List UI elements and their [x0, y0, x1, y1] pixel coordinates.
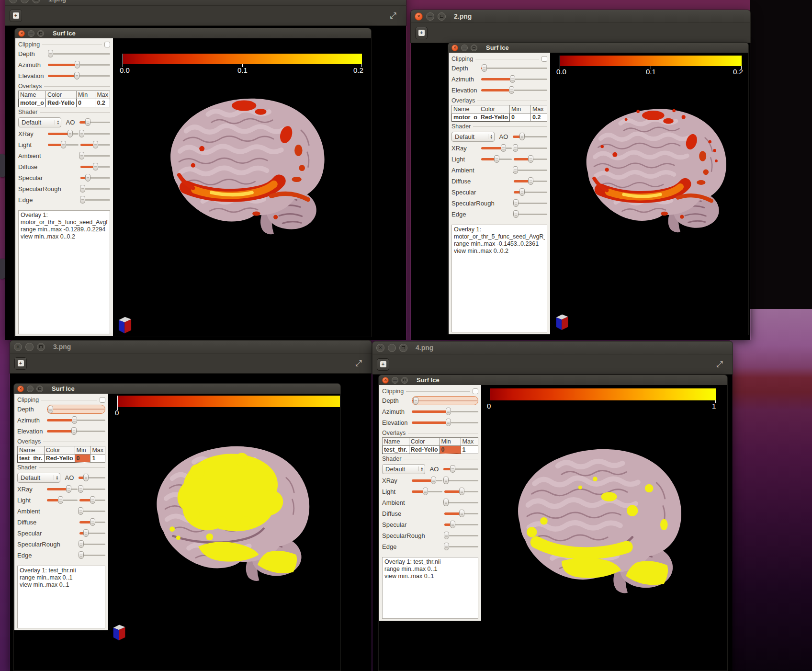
specular-slider[interactable]	[514, 188, 547, 196]
xray-slider[interactable]	[48, 130, 79, 138]
overlay-color-cell[interactable]: Red-Yello	[44, 455, 75, 463]
edge-slider[interactable]	[514, 210, 547, 218]
edge-slider[interactable]	[80, 196, 110, 204]
window-titlebar[interactable]: ✕ — 4.png	[372, 341, 733, 354]
overlay-name-cell[interactable]: motor_o	[452, 114, 479, 122]
edge-slider[interactable]	[79, 551, 105, 559]
minimize-icon[interactable]: —	[25, 343, 34, 351]
azimuth-slider[interactable]	[412, 408, 478, 416]
elevation-slider[interactable]	[412, 419, 478, 427]
orientation-cube[interactable]	[111, 621, 127, 643]
window-titlebar[interactable]: ✕ — 3.png	[10, 340, 372, 353]
depth-slider[interactable]	[481, 64, 547, 72]
maximize-icon[interactable]	[438, 12, 446, 21]
overlay-name-cell[interactable]: test_thr.	[18, 455, 45, 463]
launcher-tab[interactable]	[0, 154, 5, 177]
brain-render[interactable]	[132, 429, 324, 587]
minimize-icon[interactable]: —	[28, 30, 34, 37]
shader-select[interactable]: Default▴▾	[382, 464, 425, 474]
ambient-slider[interactable]	[514, 166, 547, 174]
light-slider[interactable]	[412, 488, 442, 496]
launcher-tab[interactable]	[0, 259, 5, 279]
spinner-icon[interactable]: ▴▾	[488, 134, 492, 139]
ambient-slider[interactable]	[444, 499, 478, 507]
elevation-slider[interactable]	[47, 427, 105, 435]
maximize-icon[interactable]	[471, 45, 477, 51]
specular-rough-slider[interactable]	[444, 532, 478, 540]
window-titlebar[interactable]: ✕ — 1.png	[5, 0, 406, 6]
overlay-color-cell[interactable]: Red-Yello	[409, 446, 440, 454]
depth-slider[interactable]	[412, 396, 478, 405]
close-icon[interactable]: ✕	[376, 344, 384, 352]
expand-icon[interactable]: ⤢	[351, 356, 366, 371]
diffuse-slider[interactable]	[79, 518, 105, 526]
maximize-icon[interactable]	[37, 343, 45, 351]
minimize-icon[interactable]: —	[388, 344, 396, 352]
shader-select[interactable]: Default▴▾	[17, 473, 60, 483]
overlay-color-cell[interactable]: Red-Yello	[479, 114, 510, 122]
render-area[interactable]: 0.0 0.1 0.2	[550, 53, 748, 334]
ao-slider[interactable]	[513, 133, 547, 141]
overlay-min-cell[interactable]: 0	[440, 446, 461, 454]
close-icon[interactable]: ✕	[17, 386, 24, 392]
light-slider[interactable]	[48, 141, 79, 149]
close-icon[interactable]: ✕	[9, 0, 17, 3]
depth-slider[interactable]	[47, 405, 105, 414]
elevation-slider[interactable]	[48, 72, 110, 80]
light-overlay-slider[interactable]	[79, 496, 105, 504]
xray-slider[interactable]	[47, 485, 78, 493]
xray-slider[interactable]	[481, 144, 512, 152]
minimize-icon[interactable]: —	[392, 377, 398, 384]
clipping-checkbox[interactable]	[100, 397, 105, 403]
maximize-icon[interactable]	[32, 0, 40, 3]
light-slider[interactable]	[47, 496, 78, 504]
expand-icon[interactable]: ⤢	[386, 9, 400, 23]
specular-slider[interactable]	[79, 529, 105, 537]
window-titlebar[interactable]: ✕ — 2.png	[410, 10, 751, 23]
specular-slider[interactable]	[80, 174, 110, 182]
overlay-max-cell[interactable]: 0.2	[530, 114, 547, 122]
add-button[interactable]: +	[415, 27, 428, 39]
azimuth-slider[interactable]	[48, 61, 110, 69]
overlay-max-cell[interactable]: 1	[461, 446, 478, 454]
render-area[interactable]: 0 1	[108, 394, 340, 670]
close-icon[interactable]: ✕	[382, 377, 389, 384]
specular-rough-slider[interactable]	[80, 185, 110, 193]
surfice-titlebar[interactable]: ✕ — Surf Ice	[379, 375, 727, 385]
edge-slider[interactable]	[444, 543, 478, 551]
ao-slider[interactable]	[443, 465, 478, 473]
overlay-min-cell[interactable]: 0	[75, 455, 90, 463]
add-button[interactable]: +	[10, 10, 22, 22]
light-overlay-slider[interactable]	[514, 155, 547, 163]
shader-select[interactable]: Default▴▾	[451, 132, 495, 142]
diffuse-slider[interactable]	[444, 510, 478, 518]
specular-slider[interactable]	[444, 521, 478, 529]
surfice-titlebar[interactable]: ✕ — Surf Ice	[448, 43, 748, 53]
orientation-cube[interactable]	[554, 311, 570, 333]
maximize-icon[interactable]	[37, 30, 44, 37]
ambient-slider[interactable]	[80, 152, 110, 160]
expand-icon[interactable]: ⤢	[712, 357, 727, 372]
add-button[interactable]: +	[377, 358, 389, 371]
close-icon[interactable]: ✕	[451, 45, 458, 51]
render-area[interactable]: 0 1	[481, 385, 727, 670]
xray-overlay-slider[interactable]	[514, 144, 547, 152]
diffuse-slider[interactable]	[514, 177, 547, 185]
elevation-slider[interactable]	[481, 86, 547, 94]
spinner-icon[interactable]: ▴▾	[54, 475, 58, 480]
minimize-icon[interactable]: —	[21, 0, 29, 3]
light-slider[interactable]	[481, 155, 512, 163]
overlay-max-cell[interactable]: 1	[90, 455, 105, 463]
brain-render[interactable]	[142, 82, 343, 240]
close-icon[interactable]: ✕	[415, 12, 423, 21]
overlay-max-cell[interactable]: 0.2	[95, 99, 110, 107]
maximize-icon[interactable]	[36, 386, 43, 392]
light-overlay-slider[interactable]	[444, 488, 478, 496]
overlay-name-cell[interactable]: test_thr.	[383, 446, 409, 454]
diffuse-slider[interactable]	[80, 163, 110, 171]
clipping-checkbox[interactable]	[541, 56, 547, 62]
clipping-checkbox[interactable]	[473, 388, 478, 394]
azimuth-slider[interactable]	[47, 416, 105, 424]
xray-overlay-slider[interactable]	[80, 130, 110, 138]
xray-overlay-slider[interactable]	[444, 477, 478, 485]
